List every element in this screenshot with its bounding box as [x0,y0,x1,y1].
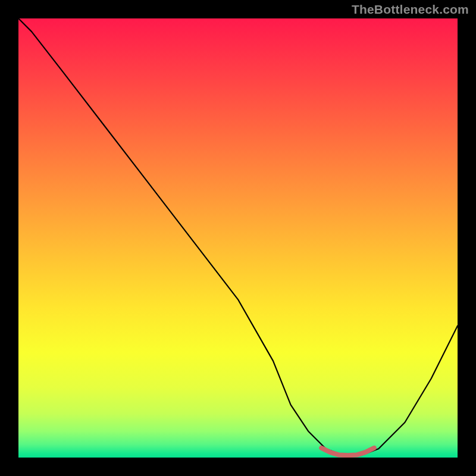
heat-gradient-background [18,18,458,458]
chart-frame: TheBottleneck.com [0,0,476,476]
plot-area [18,18,458,458]
watermark-text: TheBottleneck.com [352,2,469,17]
